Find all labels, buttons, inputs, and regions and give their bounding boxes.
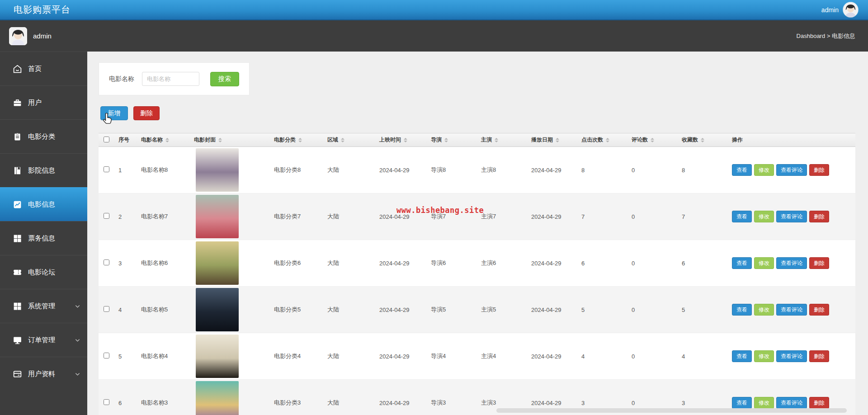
user-avatar[interactable]: [843, 2, 858, 17]
briefcase-icon: [13, 98, 22, 108]
cell-director: 导演8: [426, 147, 476, 193]
cell-actions: 查看修改查看评论删除: [727, 333, 855, 380]
sidebar-item-order-management[interactable]: 订单管理: [0, 323, 87, 357]
sidebar-item-movie-info[interactable]: 电影信息: [0, 187, 87, 221]
cell-region: 大陆: [323, 240, 375, 287]
sort-carets-icon[interactable]: [495, 138, 498, 142]
cell-name: 电影名称6: [137, 240, 189, 287]
ticket-icon: [13, 268, 22, 277]
column-header-13: 操作: [727, 133, 855, 147]
cell-comments: 0: [627, 333, 677, 380]
edit-button[interactable]: 修改: [754, 397, 774, 409]
view-comments-button[interactable]: 查看评论: [776, 257, 807, 269]
view-button[interactable]: 查看: [732, 257, 752, 269]
delete-button[interactable]: 删除: [809, 350, 829, 362]
delete-button[interactable]: 删除: [133, 106, 160, 120]
column-header-4[interactable]: 电影分类: [269, 133, 323, 147]
sort-carets-icon[interactable]: [404, 138, 407, 142]
delete-button[interactable]: 删除: [809, 164, 829, 176]
cell-actions: 查看修改查看评论删除: [727, 193, 855, 240]
view-comments-button[interactable]: 查看评论: [776, 350, 807, 362]
sort-carets-icon[interactable]: [298, 138, 302, 142]
column-header-7[interactable]: 导演: [426, 133, 476, 147]
row-checkbox-cell: [99, 147, 114, 193]
sort-carets-icon[interactable]: [556, 138, 559, 142]
view-button[interactable]: 查看: [732, 304, 752, 316]
cell-poster: [189, 287, 269, 333]
cell-director: 导演5: [426, 287, 476, 333]
add-button[interactable]: 新增: [100, 106, 128, 120]
delete-button[interactable]: 删除: [809, 397, 829, 409]
column-label: 电影封面: [194, 136, 216, 144]
cell-index: 4: [114, 287, 137, 333]
column-header-3[interactable]: 电影封面: [189, 133, 269, 147]
row-checkbox[interactable]: [104, 166, 109, 172]
movie-poster: [196, 288, 239, 331]
sort-carets-icon[interactable]: [606, 138, 609, 142]
sidebar-item-home[interactable]: 首页: [0, 52, 87, 85]
sidebar-item-movie-categories[interactable]: 电影分类: [0, 119, 87, 153]
cell-director: 导演6: [426, 240, 476, 287]
cell-play_date: 2024-04-29: [527, 240, 577, 287]
chart-icon: [13, 200, 22, 209]
view-comments-button[interactable]: 查看评论: [776, 397, 807, 409]
column-header-5[interactable]: 区域: [323, 133, 375, 147]
edit-button[interactable]: 修改: [754, 350, 774, 362]
row-checkbox[interactable]: [104, 353, 109, 358]
view-comments-button[interactable]: 查看评论: [776, 304, 807, 316]
sidebar-item-user-profile[interactable]: 用户资料: [0, 357, 87, 391]
sidebar-item-movie-forum[interactable]: 电影论坛: [0, 255, 87, 289]
sort-carets-icon[interactable]: [444, 138, 448, 142]
search-input[interactable]: [142, 72, 199, 86]
view-button[interactable]: 查看: [732, 164, 752, 176]
sidebar-item-ticket-info[interactable]: 票务信息: [0, 221, 87, 255]
sort-carets-icon[interactable]: [165, 138, 169, 142]
sort-carets-icon[interactable]: [341, 138, 344, 142]
delete-button[interactable]: 删除: [809, 257, 829, 269]
sort-carets-icon[interactable]: [701, 138, 704, 142]
view-button[interactable]: 查看: [732, 350, 752, 362]
sidebar-item-cinema-info[interactable]: 影院信息: [0, 153, 87, 187]
cell-release_date: 2024-04-29: [375, 380, 426, 415]
column-header-6[interactable]: 上映时间: [375, 133, 426, 147]
column-header-12[interactable]: 收藏数: [677, 133, 727, 147]
column-header-11[interactable]: 评论数: [627, 133, 677, 147]
profile-area[interactable]: admin: [9, 27, 52, 45]
column-header-8[interactable]: 主演: [476, 133, 527, 147]
movie-poster: [196, 195, 239, 238]
view-comments-button[interactable]: 查看评论: [776, 211, 807, 222]
row-checkbox[interactable]: [104, 399, 109, 405]
view-comments-button[interactable]: 查看评论: [776, 164, 807, 176]
edit-button[interactable]: 修改: [754, 164, 774, 176]
grid-icon: [13, 234, 22, 243]
sort-carets-icon[interactable]: [218, 138, 222, 142]
breadcrumb[interactable]: Dashboard > 电影信息: [797, 32, 855, 40]
sidebar-item-system-management[interactable]: 系统管理: [0, 289, 87, 323]
topbar-user-area[interactable]: admin: [821, 2, 858, 17]
edit-button[interactable]: 修改: [754, 257, 774, 269]
search-button[interactable]: 搜索: [210, 72, 239, 86]
delete-button[interactable]: 删除: [809, 304, 829, 316]
sidebar-item-label: 电影分类: [28, 132, 55, 141]
column-header-10[interactable]: 点击次数: [577, 133, 627, 147]
row-checkbox[interactable]: [104, 213, 109, 219]
sort-carets-icon[interactable]: [651, 138, 654, 142]
view-button[interactable]: 查看: [732, 397, 752, 409]
edit-button[interactable]: 修改: [754, 211, 774, 222]
cell-clicks: 4: [577, 333, 627, 380]
column-header-2[interactable]: 电影名称: [137, 133, 189, 147]
edit-button[interactable]: 修改: [754, 304, 774, 316]
row-checkbox[interactable]: [104, 306, 109, 312]
row-checkbox[interactable]: [104, 259, 109, 265]
delete-button[interactable]: 删除: [809, 211, 829, 222]
column-label: 电影分类: [274, 136, 296, 144]
table-row: 5电影名称4电影分类4大陆2024-04-29导演4主演42024-04-294…: [99, 333, 855, 380]
view-button[interactable]: 查看: [732, 211, 752, 222]
sidebar-item-users[interactable]: 用户: [0, 85, 87, 119]
column-header-9[interactable]: 播放日期: [527, 133, 577, 147]
horizontal-scrollbar[interactable]: [496, 408, 847, 413]
row-checkbox-cell: [99, 333, 114, 380]
sidebar-item-label: 系统管理: [28, 302, 55, 311]
select-all-checkbox[interactable]: [104, 137, 109, 142]
profile-avatar[interactable]: [9, 27, 27, 45]
